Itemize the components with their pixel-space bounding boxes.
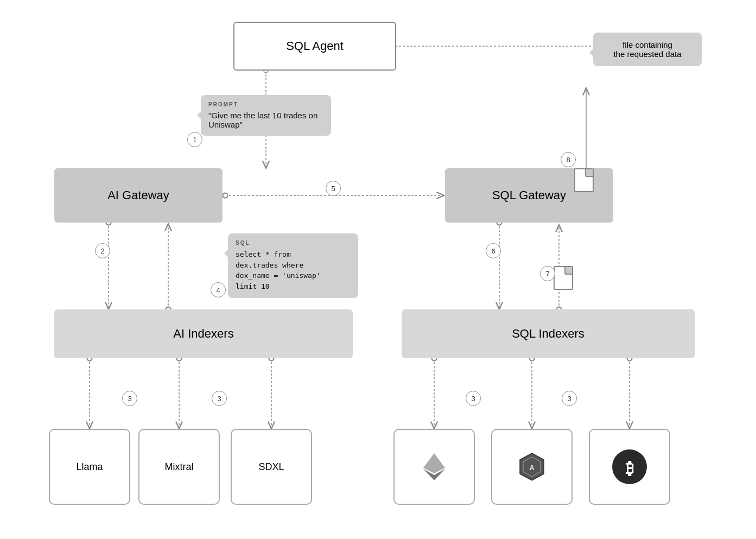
- crypto-arbitrum-box: A: [491, 429, 573, 505]
- sql-agent-label: SQL Agent: [286, 39, 344, 53]
- badge-4: 4: [211, 282, 226, 297]
- file-icon-area-7: [554, 266, 573, 290]
- model-sdxl-label: SDXL: [258, 461, 284, 473]
- bitcoin-icon: ₿: [611, 448, 649, 486]
- svg-marker-4: [423, 453, 445, 473]
- badge-5: 5: [326, 181, 341, 196]
- prompt-text: "Give me the last 10 trades on Uniswap": [208, 111, 323, 129]
- prompt-label: PROMPT: [208, 102, 323, 107]
- model-sdxl-box: SDXL: [231, 429, 312, 505]
- sql-indexers-box: SQL Indexers: [402, 309, 695, 358]
- badge-2: 2: [95, 243, 110, 258]
- model-llama-label: Llama: [76, 461, 103, 473]
- ethereum-icon: [418, 451, 450, 483]
- diagram-container: SQL Agent PROMPT "Give me the last 10 tr…: [0, 0, 756, 539]
- model-mixtral-label: Mixtral: [165, 461, 194, 473]
- sql-gateway-label: SQL Gateway: [492, 188, 566, 202]
- file-icon-8: [574, 168, 594, 192]
- sql-indexers-label: SQL Indexers: [512, 327, 585, 341]
- arbitrum-icon: A: [516, 451, 548, 483]
- badge-3b: 3: [212, 391, 227, 406]
- badge-1: 1: [187, 132, 202, 147]
- sql-code: select * from dex.trades where dex_name …: [236, 249, 351, 291]
- prompt-bubble: PROMPT "Give me the last 10 trades on Un…: [201, 95, 331, 136]
- ai-indexers-box: AI Indexers: [54, 309, 353, 358]
- ai-gateway-label: AI Gateway: [107, 188, 169, 202]
- sql-agent-box: SQL Agent: [233, 22, 396, 71]
- badge-7: 7: [540, 266, 555, 281]
- badge-3a: 3: [122, 391, 137, 406]
- sql-label: SQL: [236, 240, 351, 246]
- badge-6: 6: [486, 243, 501, 258]
- file-icon-area: [574, 168, 594, 192]
- crypto-ethereum-box: [393, 429, 475, 505]
- badge-3d: 3: [562, 391, 577, 406]
- file-bubble-text: file containing the requested data: [613, 40, 681, 59]
- svg-text:₿: ₿: [626, 459, 634, 477]
- svg-text:A: A: [530, 464, 535, 472]
- badge-3c: 3: [466, 391, 481, 406]
- crypto-bitcoin-box: ₿: [589, 429, 670, 505]
- file-bubble: file containing the requested data: [593, 33, 702, 66]
- sql-bubble: SQL select * from dex.trades where dex_n…: [228, 233, 358, 298]
- model-mixtral-box: Mixtral: [138, 429, 220, 505]
- file-icon-7: [554, 266, 573, 290]
- ai-gateway-box: AI Gateway: [54, 168, 223, 223]
- model-llama-box: Llama: [49, 429, 130, 505]
- badge-8: 8: [561, 152, 576, 167]
- ai-indexers-label: AI Indexers: [173, 327, 233, 341]
